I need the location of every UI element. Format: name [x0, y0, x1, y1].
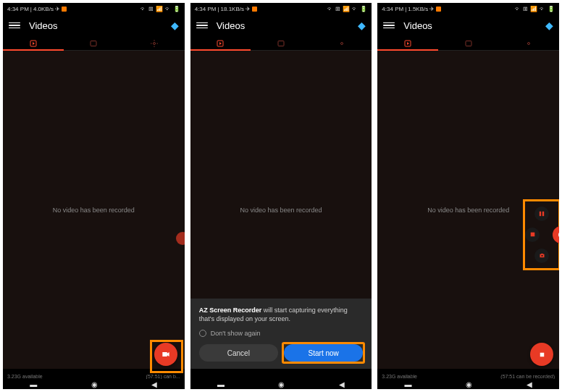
page-title: Videos	[217, 20, 358, 31]
app-header: Videos ◆	[377, 14, 559, 36]
floating-toolbar	[523, 199, 559, 270]
svg-point-5	[340, 42, 343, 44]
start-now-button[interactable]: Start now	[284, 344, 363, 362]
screenshot-1: 4:34 PM | 4.0KB/s ✈ ᯤ⊞📶ᯤ🔋 Videos ◆ No vi…	[3, 3, 185, 389]
screenshot-2: 4:34 PM | 18.1KB/s ✈ ᯤ⊞📶ᯤ🔋 Videos ◆ No v…	[190, 3, 372, 389]
dont-show-row[interactable]: Don't show again	[199, 330, 364, 337]
premium-icon[interactable]: ◆	[545, 20, 553, 31]
record-fab[interactable]	[154, 343, 177, 366]
dont-show-checkbox[interactable]	[199, 330, 206, 337]
svg-point-8	[528, 42, 530, 44]
recording-indicator	[62, 7, 67, 12]
android-nav: ▬ ◉ ◀	[377, 379, 559, 389]
stop-inline-button[interactable]	[525, 228, 540, 242]
app-header: Videos ◆	[3, 14, 185, 36]
svg-rect-10	[542, 212, 544, 216]
nav-recents[interactable]: ▬	[30, 380, 37, 388]
tab-videos[interactable]	[190, 36, 251, 50]
content-area: No video has been recorded	[3, 51, 185, 369]
status-bar: 4:34 PM | 18.1KB/s ✈ ᯤ⊞📶ᯤ🔋	[190, 3, 372, 14]
menu-icon[interactable]	[383, 22, 395, 29]
record-time-remaining: (57:51 can be recorded)	[500, 374, 555, 379]
camera-icon	[539, 252, 545, 259]
stop-icon	[530, 232, 535, 237]
nav-recents[interactable]: ▬	[217, 380, 225, 388]
pause-button[interactable]	[534, 207, 549, 221]
menu-icon[interactable]	[9, 22, 20, 29]
tab-settings[interactable]	[311, 36, 372, 50]
dialog-text: AZ Screen Recorder will start capturing …	[199, 306, 364, 324]
svg-rect-11	[530, 233, 534, 237]
empty-message: No video has been recorded	[427, 207, 509, 214]
empty-message: No video has been recorded	[53, 207, 135, 214]
status-bar: 4:34 PM | 4.0KB/s ✈ ᯤ⊞📶ᯤ🔋	[3, 3, 185, 14]
tab-videos[interactable]	[3, 36, 64, 50]
record-time-remaining: (57:51) can b...	[146, 374, 180, 379]
svg-rect-4	[278, 41, 284, 46]
floating-bubble[interactable]	[176, 232, 185, 245]
screenshot-button[interactable]	[534, 249, 549, 263]
tab-videos[interactable]	[377, 36, 438, 50]
page-title: Videos	[29, 20, 171, 31]
pause-icon	[539, 211, 545, 217]
nav-recents[interactable]: ▬	[405, 380, 412, 388]
premium-icon[interactable]: ◆	[171, 20, 179, 31]
stop-icon	[538, 351, 546, 359]
tab-images[interactable]	[438, 36, 499, 50]
floating-main-button[interactable]	[553, 226, 559, 243]
nav-home[interactable]: ◉	[278, 380, 285, 388]
nav-home[interactable]: ◉	[466, 380, 472, 388]
tab-images[interactable]	[64, 36, 125, 50]
tab-bar	[3, 36, 185, 51]
nav-back[interactable]: ◀	[527, 380, 532, 388]
storage-available: 3.23G available	[7, 374, 43, 379]
svg-point-2	[153, 42, 155, 44]
camcorder-icon	[161, 349, 171, 359]
stop-fab[interactable]	[530, 343, 553, 366]
recording-indicator	[252, 7, 257, 12]
svg-point-13	[541, 255, 542, 257]
svg-rect-1	[91, 41, 96, 46]
screenshot-3: 4:34 PM | 1.5KB/s ✈ ᯤ⊞📶ᯤ🔋 Videos ◆ No vi…	[377, 3, 559, 389]
svg-rect-14	[540, 352, 544, 356]
menu-icon[interactable]	[196, 22, 208, 29]
svg-rect-9	[540, 212, 541, 216]
bottom-status: 3.23G available (57:51) can b...	[3, 374, 185, 379]
tab-settings[interactable]	[124, 36, 185, 50]
nav-back[interactable]: ◀	[151, 380, 157, 388]
svg-rect-7	[466, 41, 471, 46]
permission-dialog: AZ Screen Recorder will start capturing …	[190, 299, 372, 369]
bottom-status: 3.23G available (57:51 can be recorded)	[377, 374, 559, 379]
app-header: Videos ◆	[190, 14, 372, 36]
cancel-button[interactable]: Cancel	[199, 344, 278, 362]
nav-back[interactable]: ◀	[339, 380, 345, 388]
empty-message: No video has been recorded	[240, 207, 322, 214]
status-speed: 4.0KB/s	[33, 6, 54, 12]
tab-settings[interactable]	[498, 36, 559, 50]
page-title: Videos	[403, 20, 545, 31]
dont-show-label: Don't show again	[211, 330, 261, 337]
android-nav: ▬ ◉ ◀	[190, 379, 372, 389]
status-time: 4:34 PM	[7, 6, 29, 12]
status-bar: 4:34 PM | 1.5KB/s ✈ ᯤ⊞📶ᯤ🔋	[377, 3, 559, 14]
tab-bar	[190, 36, 372, 51]
svg-point-12	[558, 232, 559, 238]
android-nav: ▬ ◉ ◀	[3, 379, 185, 389]
storage-available: 3.23G available	[382, 374, 417, 379]
content-area: No video has been recorded	[377, 51, 559, 369]
nav-home[interactable]: ◉	[91, 380, 98, 388]
tab-images[interactable]	[251, 36, 311, 50]
premium-icon[interactable]: ◆	[358, 20, 366, 31]
recording-indicator	[436, 7, 441, 12]
tab-bar	[377, 36, 559, 51]
